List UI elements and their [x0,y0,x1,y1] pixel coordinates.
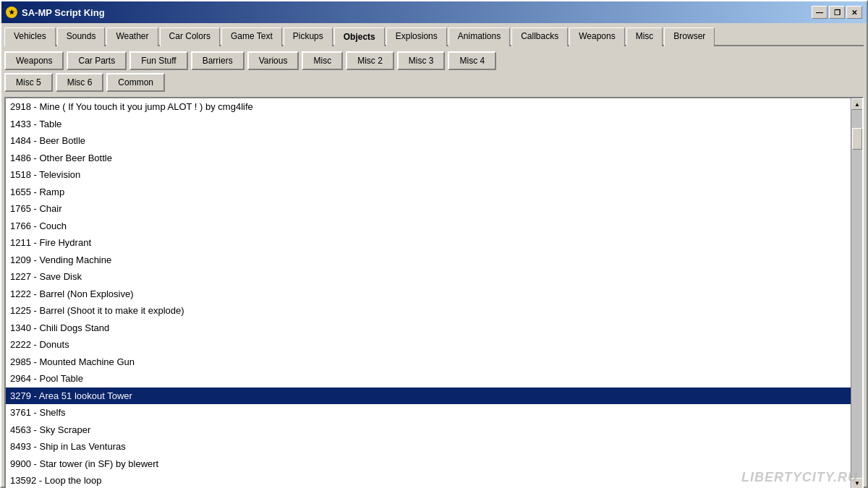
toolbar-btn-fun-stuff[interactable]: Fun Stuff [129,51,187,70]
title-bar: ★ SA-MP Script King — ❐ ✕ [1,1,867,23]
toolbar-btn-misc-6[interactable]: Misc 6 [56,73,104,92]
list-item[interactable]: 2964 - Pool Table [6,370,851,388]
list-item[interactable]: 2985 - Mounted Machine Gun [6,354,851,371]
list-container: 2918 - Mine ( If You touch it you jump A… [4,97,864,488]
scroll-track[interactable] [851,110,862,478]
close-button[interactable]: ✕ [846,6,862,19]
tab-objects[interactable]: Objects [334,27,385,46]
list-item[interactable]: 3279 - Area 51 lookout Tower [6,388,851,405]
list-item[interactable]: 3761 - Shelfs [6,404,851,421]
tab-pickups[interactable]: Pickups [284,27,333,46]
toolbar-btn-misc[interactable]: Misc [302,51,343,70]
list-item[interactable]: 1211 - Fire Hydrant [6,234,851,252]
tab-misc[interactable]: Misc [626,27,663,46]
restore-button[interactable]: ❐ [829,6,845,19]
list-item[interactable]: 1766 - Couch [6,218,851,235]
toolbar-btn-weapons[interactable]: Weapons [4,51,64,70]
list-item[interactable]: 1655 - Ramp [6,184,851,201]
list-item[interactable]: 9900 - Star tower (in SF) by blewert [6,455,851,473]
main-window: ★ SA-MP Script King — ❐ ✕ VehiclesSounds… [0,0,868,488]
tab-car-colors[interactable]: Car Colors [160,27,220,46]
app-icon: ★ [6,7,17,18]
tab-vehicles[interactable]: Vehicles [4,27,56,46]
list-item[interactable]: 1227 - Save Disk [6,268,851,286]
toolbar-btn-misc-4[interactable]: Misc 4 [448,51,496,70]
toolbar-btn-misc-3[interactable]: Misc 3 [397,51,446,70]
tab-callbacks[interactable]: Callbacks [511,27,568,46]
item-list[interactable]: 2918 - Mine ( If You touch it you jump A… [6,98,851,488]
list-item[interactable]: 1209 - Vending Machine [6,252,851,269]
tab-explosions[interactable]: Explosions [386,27,447,46]
list-item[interactable]: 2222 - Donuts [6,336,851,354]
scroll-up-button[interactable]: ▲ [851,98,863,110]
tab-sounds[interactable]: Sounds [57,27,106,46]
toolbar-btn-common[interactable]: Common [106,73,165,92]
toolbar-btn-various[interactable]: Various [247,51,299,70]
minimize-button[interactable]: — [812,6,827,19]
content-area: VehiclesSoundsWeatherCar ColorsGame Text… [1,23,867,488]
list-item[interactable]: 1518 - Television [6,166,851,184]
toolbar-row-1: WeaponsCar PartsFun StuffBarriersVarious… [4,51,864,70]
list-item[interactable]: 1222 - Barrel (Non Explosive) [6,286,851,303]
tab-game-text[interactable]: Game Text [221,27,282,46]
title-buttons: — ❐ ✕ [812,6,862,19]
list-item[interactable]: 1765 - Chair [6,200,851,218]
toolbar-btn-car-parts[interactable]: Car Parts [67,51,127,70]
window-title: SA-MP Script King [22,7,105,18]
list-item[interactable]: 1433 - Table [6,116,851,133]
toolbar-btn-barriers[interactable]: Barriers [191,51,244,70]
list-item[interactable]: 4563 - Sky Scraper [6,421,851,439]
list-item[interactable]: 2918 - Mine ( If You touch it you jump A… [6,98,851,116]
list-item[interactable]: 8493 - Ship in Las Venturas [6,438,851,455]
tab-browser[interactable]: Browser [664,27,715,46]
tab-weapons[interactable]: Weapons [569,27,624,46]
toolbar-row-2: Misc 5Misc 6Common [4,73,864,92]
toolbar-btn-misc-2[interactable]: Misc 2 [346,51,394,70]
list-item[interactable]: 1225 - Barrel (Shoot it to make it explo… [6,302,851,320]
list-item[interactable]: 13592 - Loop the loop [6,472,851,488]
toolbar: WeaponsCar PartsFun StuffBarriersVarious… [4,48,864,95]
scrollbar[interactable]: ▲ ▼ [851,98,862,488]
toolbar-btn-misc-5[interactable]: Misc 5 [4,73,53,92]
tab-weather[interactable]: Weather [106,27,158,46]
watermark: LIBERTYCITY.RU [741,470,858,485]
tab-animations[interactable]: Animations [448,27,510,46]
list-item[interactable]: 1484 - Beer Botlle [6,132,851,150]
tab-bar: VehiclesSoundsWeatherCar ColorsGame Text… [4,26,864,46]
list-item[interactable]: 1340 - Chili Dogs Stand [6,320,851,337]
list-item[interactable]: 1486 - Other Beer Bottle [6,150,851,167]
scroll-thumb[interactable] [852,128,862,150]
